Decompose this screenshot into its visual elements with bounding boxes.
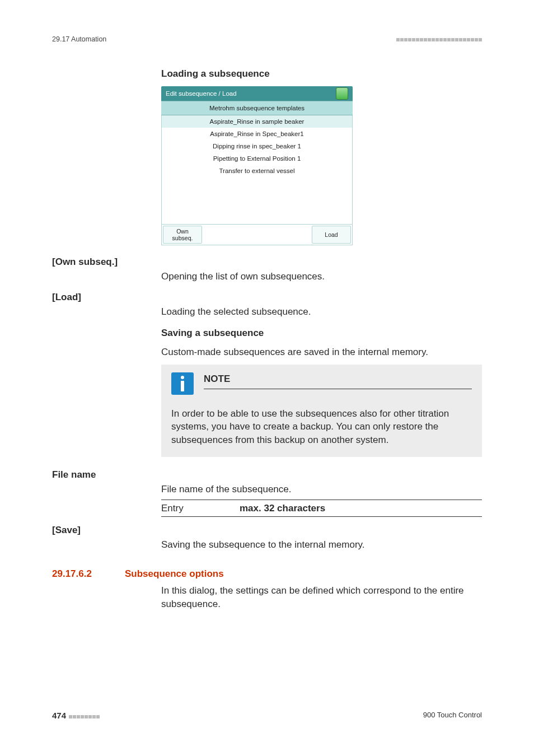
list-item[interactable]: Pipetting to External Position 1 — [162, 152, 352, 165]
own-subseq-term: [Own subseq.] — [52, 255, 482, 269]
heading-saving-subsequence: Saving a subsequence — [161, 326, 482, 340]
section-para: In this dialog, the settings can be defi… — [161, 584, 482, 611]
footer-product: 900 Touch Control — [423, 710, 482, 720]
entry-value: max. 32 characters — [240, 502, 325, 515]
entry-label: Entry — [161, 502, 240, 515]
own-subseq-label-2: subseq. — [163, 235, 202, 241]
save-term: [Save] — [52, 524, 482, 537]
file-name-term: File name — [52, 468, 482, 482]
section-title: Subsequence options — [125, 567, 224, 581]
page-number: 474 — [52, 711, 66, 720]
header-section: 29.17 Automation — [52, 35, 106, 45]
section-number: 29.17.6.2 — [52, 567, 125, 581]
info-icon — [171, 372, 194, 395]
load-button[interactable]: Load — [312, 226, 351, 244]
own-subseq-desc: Opening the list of own subsequences. — [161, 270, 482, 283]
heading-loading-subsequence: Loading a subsequence — [161, 67, 482, 81]
note-box: NOTE In order to be able to use the subs… — [161, 365, 482, 457]
list-item[interactable]: Transfer to external vessel — [162, 165, 352, 177]
save-desc: Saving the subsequence to the internal m… — [161, 538, 482, 552]
load-desc: Loading the selected subsequence. — [161, 305, 482, 319]
saving-para: Custom-made subsequences are saved in th… — [161, 346, 482, 359]
template-list: Aspirate_Rinse in sample beaker Aspirate… — [161, 115, 353, 225]
file-name-desc: File name of the subsequence. — [161, 483, 482, 496]
own-subseq-button[interactable]: Own subseq. — [163, 226, 202, 244]
note-divider — [204, 389, 472, 389]
list-header: Metrohm subsequence templates — [161, 101, 353, 115]
header-ornament — [396, 35, 482, 45]
list-item[interactable]: Dipping rinse in spec_beaker 1 — [162, 140, 352, 152]
dialog-title: Edit subsequence / Load — [166, 86, 237, 101]
list-item[interactable]: Aspirate_Rinse in sample beaker — [162, 115, 352, 128]
list-item[interactable]: Aspirate_Rinse in Spec_beaker1 — [162, 128, 352, 140]
entry-row: Entry max. 32 characters — [161, 500, 482, 517]
note-title: NOTE — [204, 372, 472, 388]
own-subseq-label-1: Own — [163, 228, 202, 235]
footer-ornament — [68, 712, 100, 720]
load-label: Load — [312, 231, 350, 238]
note-body: In order to be able to use the subsequen… — [171, 407, 472, 447]
screenshot-load-subsequence: Edit subsequence / Load Metrohm subseque… — [161, 86, 353, 245]
home-icon[interactable] — [336, 87, 348, 100]
load-term: [Load] — [52, 291, 482, 304]
